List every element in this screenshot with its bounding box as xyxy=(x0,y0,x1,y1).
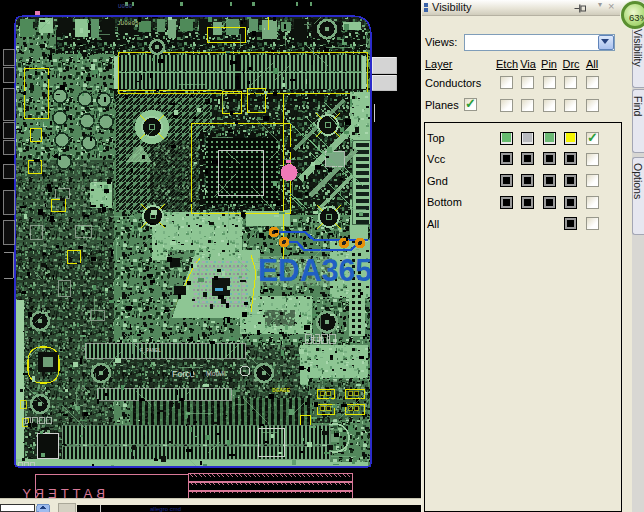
svg-text:allegro cmd: allegro cmd xyxy=(150,506,181,512)
svg-text:PCIE1: PCIE1 xyxy=(310,337,325,343)
svg-text:JU0805: JU0805 xyxy=(117,20,139,27)
svg-text:U0U0: U0U0 xyxy=(118,3,133,10)
svg-text:EDA365: EDA365 xyxy=(258,253,372,288)
svg-text:DGAGE: DGAGE xyxy=(272,387,290,394)
